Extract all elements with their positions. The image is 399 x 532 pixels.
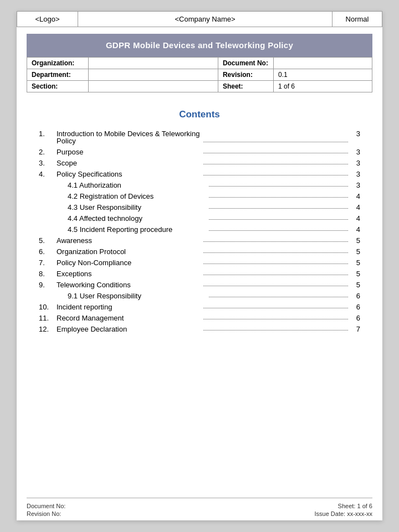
toc-num: 8. [39,270,57,277]
toc-dots [203,286,348,286]
toc-dots [209,208,348,209]
toc-page: 5 [350,281,360,288]
toc-dots [203,175,348,175]
toc-page: 3 [350,130,360,137]
toc-page: 6 [350,303,360,311]
section-value [89,81,218,92]
toc-item: 4.4 Affected technology4 [39,215,360,222]
toc-dots [203,264,348,264]
toc-dots [209,186,348,187]
toc-item: 4.3 User Responsibility4 [39,204,360,211]
toc-page: 6 [350,314,360,322]
toc-sub-label: 4.2 Registration of Devices [68,193,207,200]
toc-page: 7 [350,326,360,333]
dept-label: Department: [27,69,89,81]
toc-num: 7. [39,259,57,266]
toc-dots [203,319,348,319]
toc-label: Employee Declaration [57,326,201,333]
toc-dots [203,142,348,142]
rev-label: Revision: [218,69,273,81]
toc-item: 7.Policy Non-Compliance5 [39,259,360,266]
toc-item: 11.Record Management6 [39,314,360,322]
toc-label: Record Management [57,314,201,322]
footer-left: Document No: Revision No: [27,503,65,517]
header-company-cell: <Company Name> [78,12,332,27]
dept-value [89,69,218,81]
toc-item: 10.Incident reporting6 [39,303,360,311]
toc-page: 5 [350,259,360,266]
toc-num: 5. [39,237,57,244]
toc-sub-label: 4.3 User Responsibility [68,204,207,211]
document-title: GDPR Mobile Devices and Teleworking Poli… [106,40,293,50]
toc-page: 4 [350,226,360,233]
toc-item: 4.2 Registration of Devices4 [39,193,360,200]
org-value [89,58,218,69]
toc-num: 10. [39,303,57,311]
toc-item: 4.5 Incident Reporting procedure4 [39,226,360,233]
toc-dots [209,197,348,198]
toc-dots [203,308,348,308]
sheet-label: Sheet: [218,81,273,92]
toc-dots [203,153,348,153]
toc-page: 3 [350,171,360,178]
toc-item: 1.Introduction to Mobile Devices & Telew… [39,130,360,144]
toc-dots [203,164,348,164]
toc-item: 8.Exceptions5 [39,270,360,277]
toc-item: 9.Teleworking Conditions5 [39,281,360,288]
toc-sub-label: 9.1 User Responsibility [68,292,207,299]
org-label: Organization: [27,58,89,69]
toc-label: Introduction to Mobile Devices & Telewor… [57,130,201,144]
meta-table: Organization: Document No: Department: R… [27,57,372,92]
toc-label: Policy Specifications [57,171,201,178]
toc-item: 2.Purpose3 [39,148,360,156]
toc-page: 4 [350,204,360,211]
toc-num: 11. [39,314,57,322]
toc-label: Scope [57,159,201,167]
footer-issue: Issue Date: xx-xxx-xx [314,510,372,517]
toc-label: Policy Non-Compliance [57,259,201,266]
toc-num: 3. [39,159,57,167]
toc-page: 5 [350,270,360,277]
toc-label: Exceptions [57,270,201,277]
section-label: Section: [27,81,89,92]
toc-label: Purpose [57,148,201,156]
toc-item: 3.Scope3 [39,159,360,167]
footer-revno-label: Revision No: [27,510,65,517]
toc-title: Contents [39,109,360,120]
company-name: <Company Name> [175,15,235,23]
toc-item: 5.Awareness5 [39,237,360,244]
status-text: Normal [346,15,369,23]
toc-list: 1.Introduction to Mobile Devices & Telew… [39,130,360,333]
header-table: <Logo> <Company Name> Normal [17,11,382,27]
toc-dots [209,297,348,297]
footer-sheet: Sheet: 1 of 6 [314,503,372,509]
toc-dots [209,219,348,220]
toc-dots [203,275,348,275]
toc-label: Awareness [57,237,201,244]
toc-page: 4 [350,193,360,200]
toc-page: 5 [350,248,360,255]
toc-num: 6. [39,248,57,255]
toc-page: 3 [350,159,360,167]
sheet-value: 1 of 6 [274,81,372,92]
toc-label: Organization Protocol [57,248,201,255]
toc-dots [203,330,348,330]
toc-label: Incident reporting [57,303,201,311]
toc-num: 4. [39,171,57,178]
footer-right: Sheet: 1 of 6 Issue Date: xx-xxx-xx [314,503,372,517]
toc-item: 6.Organization Protocol5 [39,248,360,255]
toc-num: 2. [39,148,57,156]
docno-label: Document No: [218,58,273,69]
page-footer: Document No: Revision No: Sheet: 1 of 6 … [27,498,372,520]
rev-value: 0.1 [274,69,372,81]
toc-sub-label: 4.5 Incident Reporting procedure [68,226,207,233]
page: <Logo> <Company Name> Normal GDPR Mobile… [17,11,382,520]
toc-num: 9. [39,281,57,288]
header-status-cell: Normal [332,12,382,27]
toc-item: 4.Policy Specifications3 [39,171,360,178]
toc-dots [203,241,348,242]
toc-page: 6 [350,292,360,299]
toc-page: 3 [350,182,360,189]
toc-sub-label: 4.1 Authorization [68,182,207,189]
toc-item: 4.1 Authorization3 [39,182,360,189]
